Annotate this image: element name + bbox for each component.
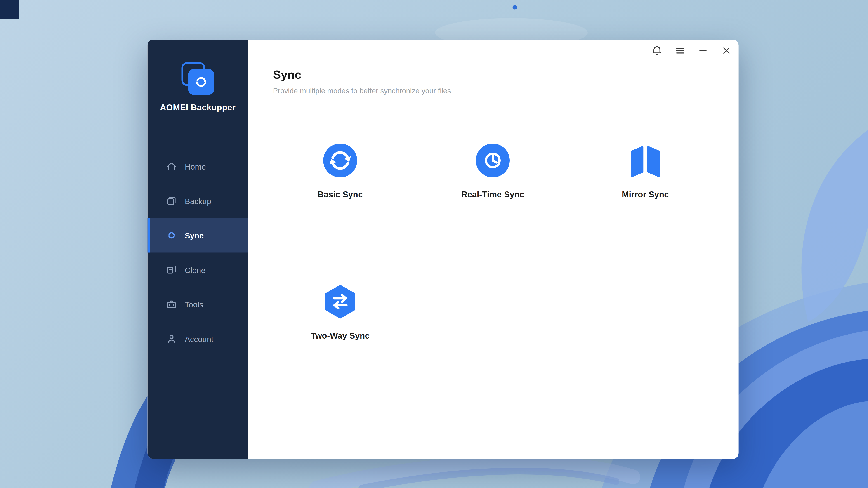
minimize-icon xyxy=(699,46,708,55)
mode-label: Mirror Sync xyxy=(583,189,708,199)
desktop: AOMEI Backupper Home xyxy=(0,0,868,488)
app-brand: AOMEI Backupper xyxy=(148,62,248,112)
mode-basic-sync[interactable]: Basic Sync xyxy=(278,144,402,199)
notifications-button[interactable] xyxy=(647,41,666,60)
sidebar: AOMEI Backupper Home xyxy=(148,39,248,459)
page-header: Sync Provide multiple modes to better sy… xyxy=(273,68,451,95)
bell-icon xyxy=(651,45,662,56)
sidebar-item-label: Account xyxy=(185,334,213,343)
menu-button[interactable] xyxy=(670,41,689,60)
mode-label: Two-Way Sync xyxy=(278,331,402,340)
account-icon xyxy=(166,333,177,344)
window-controls xyxy=(647,41,736,60)
app-name: AOMEI Backupper xyxy=(148,102,248,112)
mode-real-time-sync[interactable]: Real-Time Sync xyxy=(431,144,555,199)
sidebar-item-tools[interactable]: Tools xyxy=(148,287,248,322)
app-logo-icon xyxy=(182,62,214,95)
sidebar-item-label: Home xyxy=(185,162,206,171)
tools-icon xyxy=(166,299,177,310)
sidebar-item-sync[interactable]: Sync xyxy=(148,218,248,253)
logo-sync-arrows-icon xyxy=(193,73,210,90)
sidebar-nav: Home Backup xyxy=(148,149,248,356)
sidebar-item-label: Sync xyxy=(185,231,204,240)
basic-sync-icon xyxy=(322,144,358,177)
logo-sync-square xyxy=(188,69,214,95)
two-way-sync-icon xyxy=(322,285,358,319)
page-subtitle: Provide multiple modes to better synchro… xyxy=(273,87,451,95)
main-content: Sync Provide multiple modes to better sy… xyxy=(248,39,739,459)
close-icon xyxy=(722,46,731,55)
mode-two-way-sync[interactable]: Two-Way Sync xyxy=(278,285,402,340)
sync-icon xyxy=(166,230,177,241)
real-time-sync-icon xyxy=(475,144,511,177)
app-window: AOMEI Backupper Home xyxy=(148,39,739,459)
clone-icon xyxy=(166,265,177,275)
sidebar-item-home[interactable]: Home xyxy=(148,149,248,184)
sidebar-item-clone[interactable]: Clone xyxy=(148,253,248,287)
sidebar-item-backup[interactable]: Backup xyxy=(148,184,248,218)
close-button[interactable] xyxy=(717,41,736,60)
mode-mirror-sync[interactable]: Mirror Sync xyxy=(583,144,708,199)
mirror-sync-icon xyxy=(627,144,663,177)
minimize-button[interactable] xyxy=(693,41,713,60)
mode-label: Real-Time Sync xyxy=(431,189,555,199)
mode-label: Basic Sync xyxy=(278,189,402,199)
sidebar-item-label: Clone xyxy=(185,265,206,274)
home-icon xyxy=(166,161,177,172)
sidebar-item-label: Tools xyxy=(185,300,204,309)
backup-icon xyxy=(166,195,177,206)
page-title: Sync xyxy=(273,68,451,81)
hamburger-menu-icon xyxy=(675,45,685,55)
sidebar-item-label: Backup xyxy=(185,196,211,206)
sidebar-item-account[interactable]: Account xyxy=(148,322,248,356)
